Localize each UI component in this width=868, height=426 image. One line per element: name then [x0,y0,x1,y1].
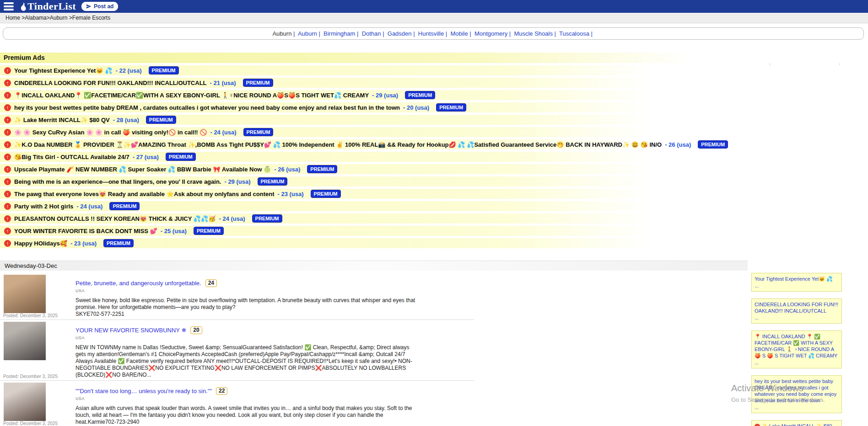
premium-ad-title[interactable]: hey its your best wettes petite baby DRE… [14,104,400,111]
city-item: Muscle Shoals | [514,30,559,37]
city-link[interactable]: Montgomery [474,30,507,37]
premium-ad-title[interactable]: YOUR WINTER FAVORITE IS BACK DONT MISS 💕 [14,228,157,234]
premium-ad-title[interactable]: 🌸 🌸 Sexy CuRvy Asian 🌸 🌸 in call 🍑 visit… [14,129,207,136]
premium-ad-title[interactable]: Party with 2 Hot girls [14,203,73,210]
listing-photo[interactable] [4,322,46,360]
premium-ad-row[interactable]: ✨K.O Daa NUMBER 🏅 PROVIDER ⏳✨💕AMAZING Th… [0,139,868,149]
premium-ad-age-location[interactable]: - 21 (usa) [210,80,236,86]
listing-title-link[interactable]: ""Don't stare too long… unless you're re… [75,388,212,394]
premium-ad-row[interactable]: Party with 2 Hot girls - 24 (usa) PREMIU… [0,201,868,211]
premium-ad-age-location[interactable]: - 23 (usa) [70,240,97,247]
listing-content: Petite, brunette, and dangerously unforg… [75,275,474,318]
listing-photo[interactable] [4,275,46,313]
premium-ad-title[interactable]: Happy HOlidays🥰 [14,240,67,247]
age-badge: 22 [216,387,227,395]
listing-photo[interactable] [4,383,46,421]
premium-ad-title[interactable]: Being with me is an experience—one that … [14,178,221,185]
listing-title-link[interactable]: YOUR NEW FAVORITE SNOWBUNNY ❄ [75,327,186,334]
sidebar-ad-more[interactable]: ... [755,359,839,366]
premium-ad-row[interactable]: CINDERELLA LOOKING FOR FUN!!! OAKLAND!!!… [0,78,868,88]
city-separator: | [355,30,360,37]
premium-ad-title[interactable]: ✨K.O Daa NUMBER 🏅 PROVIDER ⏳✨💕AMAZING Th… [14,141,662,148]
premium-ad-row[interactable]: ✨ Lake Merritt INCALL✨ $80 QV - 28 (usa)… [0,115,868,125]
breadcrumb-link[interactable]: Auburn [50,15,68,21]
premium-ad-row[interactable]: Being with me is an experience—one that … [0,176,868,186]
flame-icon [19,2,27,11]
premium-ad-age-location[interactable]: - 29 (usa) [372,92,398,99]
city-link[interactable]: Mobile [450,30,468,37]
sidebar-ad-more[interactable]: ... [755,404,839,410]
premium-ad-title[interactable]: PLEASANTON OUTCALLS !! SEXY KOREAN😻 THIC… [14,215,216,222]
premium-badge: PREMIUM [405,91,435,99]
premium-ad-title[interactable]: The pawg that everyone loves😻 Ready and … [14,191,274,197]
premium-ad-title[interactable]: Your Tightest Experience Yet🐱 💦 [14,67,113,74]
premium-ad-age-location[interactable]: - 22 (usa) [116,67,142,74]
breadcrumb-link[interactable]: Home [5,15,20,21]
premium-ad-title[interactable]: Upscale Playmate 🧨 NEW NUMBER 💦 Super So… [14,166,271,173]
city-link[interactable]: Huntsville [418,30,444,37]
city-item: Gadsden | [388,30,418,37]
city-link[interactable]: Auburn [272,30,291,37]
premium-ad-age-location[interactable]: - 26 (usa) [274,166,300,173]
city-link[interactable]: Gadsden [388,30,412,37]
premium-ad-age-location[interactable]: - 24 (usa) [219,215,245,222]
breadcrumb-link[interactable]: Female Escorts [72,15,110,21]
sidebar-ad-box[interactable]: hey its your best wettes petite baby DRE… [751,375,842,413]
sidebar-ad-box[interactable]: ✨ Lake Merritt INCALL ✨ $80 QV ... [751,420,842,426]
up-arrow-icon [755,424,760,426]
premium-ad-age-location[interactable]: - 24 (usa) [76,203,102,210]
sidebar-ad-title[interactable]: Your Tightest Experience Yet🐱 💦 [755,276,833,282]
city-link[interactable]: Tuscaloosa [559,30,589,37]
city-link[interactable]: Muscle Shoals [514,30,553,37]
breadcrumb-link[interactable]: Alabama [25,15,46,21]
premium-ad-row[interactable]: hey its your best wettes petite baby DRE… [0,102,868,112]
menu-icon[interactable] [4,2,14,11]
premium-ad-row[interactable]: The pawg that everyone loves😻 Ready and … [0,189,868,199]
premium-ad-age-location[interactable]: - 29 (usa) [224,178,250,185]
up-arrow-icon [4,240,11,247]
sidebar-ad-box[interactable]: 📍 INCALL OAKLAND 📍 ✅ FACETIME/CAR ✅ WITH… [751,330,842,368]
breadcrumb-separator: > [20,15,25,21]
premium-ad-row[interactable]: 🌸 🌸 Sexy CuRvy Asian 🌸 🌸 in call 🍑 visit… [0,127,868,137]
listing-title-link[interactable]: Petite, brunette, and dangerously unforg… [75,280,201,287]
premium-ad-row[interactable]: Your Tightest Experience Yet🐱 💦 - 22 (us… [0,65,868,75]
premium-ad-row[interactable]: 📍INCALL OAKLAND📍 ✅FACETIME/CAR✅WITH A SE… [0,90,868,100]
sidebar-ad-title[interactable]: CINDERELLA LOOKING FOR FUN!!! OAKLAND!!!… [755,302,838,314]
up-arrow-icon [4,92,11,99]
premium-ad-age-location[interactable]: - 25 (usa) [161,228,187,234]
premium-ad-age-location[interactable]: - 24 (usa) [210,129,236,136]
premium-ad-title[interactable]: CINDERELLA LOOKING FOR FUN!!! OAKLAND!!!… [14,80,207,86]
sidebar-ad-title[interactable]: 📍 INCALL OAKLAND 📍 ✅ FACETIME/CAR ✅ WITH… [755,334,837,358]
sidebar-ad-box[interactable]: CINDERELLA LOOKING FOR FUN!!! OAKLAND!!!… [751,298,842,324]
premium-ad-title[interactable]: 📍INCALL OAKLAND📍 ✅FACETIME/CAR✅WITH A SE… [14,92,369,99]
premium-ad-row[interactable]: YOUR WINTER FAVORITE IS BACK DONT MISS 💕… [0,226,868,236]
premium-ad-age-location[interactable]: - 27 (usa) [133,154,159,160]
premium-ad-row[interactable]: Upscale Playmate 🧨 NEW NUMBER 💦 Super So… [0,164,868,174]
listing-description-text: Asian allure with curves that speak loud… [75,405,416,426]
post-ad-button[interactable]: Post ad [81,2,118,11]
sidebar-ad-title[interactable]: ✨ Lake Merritt INCALL ✨ $80 QV [755,423,832,426]
sidebar-ad-title[interactable]: hey its your best wettes petite baby DRE… [755,378,836,403]
listing-description: Sweet like honey, bold like espresso. Pe… [75,297,416,318]
city-separator: | [317,30,322,37]
premium-ad-age-location[interactable]: - 23 (usa) [277,191,303,197]
listings-feed: Wednesday-03-Dec Petite, brunette, and d… [0,261,748,426]
premium-ad-age-location[interactable]: - 28 (usa) [113,117,139,123]
premium-ad-age-location[interactable]: - 20 (usa) [403,104,429,111]
up-arrow-icon [4,166,11,173]
premium-ad-row[interactable]: PLEASANTON OUTCALLS !! SEXY KOREAN😻 THIC… [0,213,868,224]
premium-ad-row[interactable]: Happy HOlidays🥰 - 23 (usa) PREMIUM [0,238,868,248]
premium-ad-title[interactable]: 😘Big Tits Girl - OUTCALL Available 24/7 [14,154,129,160]
sidebar-ad-more[interactable]: ... [755,282,839,289]
premium-ad-age-location[interactable]: - 26 (usa) [665,141,691,148]
listing-country: USA [75,288,474,293]
brand-logo[interactable]: TinderList [19,0,76,12]
sidebar-ad-box[interactable]: Your Tightest Experience Yet🐱 💦 ... [751,273,842,292]
city-nav-box[interactable]: Auburn | Auburn | Birmingham | Dothan | … [3,27,864,40]
premium-ad-title[interactable]: ✨ Lake Merritt INCALL✨ $80 QV [14,117,110,123]
premium-ad-row[interactable]: 😘Big Tits Girl - OUTCALL Available 24/7 … [0,152,868,162]
city-link[interactable]: Auburn [298,30,317,37]
sidebar-ad-more[interactable]: ... [755,314,839,321]
city-link[interactable]: Dothan [362,30,381,37]
city-link[interactable]: Birmingham [323,30,355,37]
